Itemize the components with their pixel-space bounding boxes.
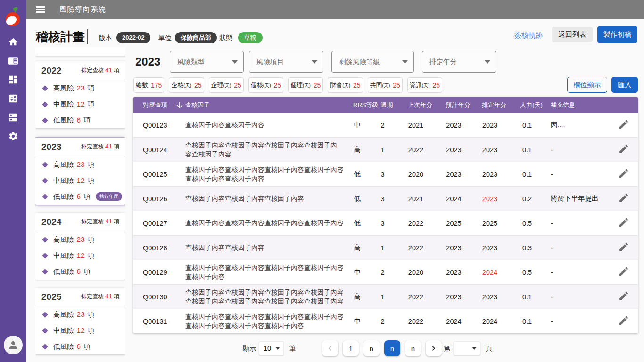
table-row-Q00131: Q00131查核因子內容查核因子內容查核因子內容查核因子內容 查核因子內容查核因… [133, 309, 638, 333]
executing-year-badge: 執行年度 [96, 192, 122, 201]
cell-expected-year: 2023 [437, 244, 471, 252]
year-card-2025[interactable]: 2025排定查核41項高風險23項中風險12項低風險6項 [35, 288, 125, 354]
cell-cycle: 2 [370, 122, 395, 129]
cell-scheduled-year: 2023 [471, 146, 509, 154]
nav-dashboard-icon[interactable] [8, 74, 18, 85]
audit-factor-text: 查核因子內容查核因子內容查核因子內容查核因子內容 查核因子內容 [185, 263, 344, 281]
filter-select-4[interactable]: 排定年分 [422, 51, 496, 73]
cell-actions [610, 168, 638, 181]
stat-label: 財會(天) [330, 81, 350, 90]
nav-home-icon[interactable] [8, 37, 18, 47]
audit-plan-page: 風險導向系統 稽核計畫 版本 2022-02 單位 保險商品部 狀態 草稿 簽核… [0, 0, 644, 362]
page-button-2[interactable]: n [363, 340, 380, 356]
stat-suffix: (天) [382, 83, 390, 88]
cell-rrs-level: 高 [345, 292, 370, 301]
year-card-2023[interactable]: 2023排定查核41項高風險23項中風險12項低風險6項執行年度 [35, 138, 125, 205]
risk-count: 12 [77, 326, 85, 335]
year-card-2024[interactable]: 2024排定查核41項高風險23項中風險12項低風險6項 [35, 213, 125, 280]
cell-audit-factor: 查核因子內容查核因子內容查核因子內容查核因子內容 查核因子內容 [175, 263, 345, 281]
stat-label: 共同(天) [370, 81, 390, 90]
filter-select-1[interactable]: 風險類型 [170, 51, 244, 73]
make-draft-button[interactable]: 製作初稿 [597, 26, 637, 43]
goto-page-select[interactable] [454, 341, 480, 355]
filter-select-2[interactable]: 風險項目 [249, 51, 323, 73]
table-row-Q00127: Q00127查核因子內容查核因子內容查核因子內容查核因子內容低320222025… [133, 211, 638, 236]
risk-count: 23 [77, 235, 85, 244]
stat-label: 總數 [136, 81, 148, 90]
risk-count: 6 [77, 267, 81, 276]
diamond-bullet-icon [42, 162, 48, 168]
back-to-list-button[interactable]: 返回列表 [552, 27, 593, 42]
edit-row-button[interactable] [618, 119, 629, 130]
edit-row-button[interactable] [618, 266, 629, 277]
edit-row-button[interactable] [618, 143, 629, 155]
edit-row-button[interactable] [618, 241, 629, 253]
year-card-2022[interactable]: 2022排定查核41項高風險23項中風險12項低風險6項 [35, 61, 125, 128]
caret-down-icon [402, 60, 408, 64]
cell-note: - [545, 244, 610, 252]
risk-count: 12 [77, 251, 85, 260]
cell-expected-year: 2023 [437, 269, 471, 276]
edit-row-button[interactable] [618, 168, 629, 179]
cell-cycle: 1 [370, 244, 395, 252]
unit-badge: 保險商品部 [175, 32, 217, 43]
column-display-button[interactable]: 欄位顯示 [567, 77, 607, 93]
page-button-3[interactable]: n [384, 340, 400, 356]
risk-unit: 項 [83, 116, 91, 125]
menu-hamburger-icon[interactable] [36, 6, 45, 13]
stat-suffix: (天) [342, 83, 350, 88]
year-card-partial[interactable] [35, 47, 125, 56]
cell-expected-year: 2024 [437, 195, 471, 203]
rows-unit-label: 筆 [289, 340, 296, 356]
edit-row-button[interactable] [618, 315, 629, 326]
page-button-1[interactable]: 1 [343, 340, 359, 356]
page-button-4[interactable]: n [405, 340, 421, 356]
audit-factor-table: 對應查項查核因子RRS等級週期上次年分預計年分排定年分人力(天)補充信息 Q00… [133, 97, 638, 333]
edit-row-button[interactable] [618, 217, 629, 228]
page-size-select[interactable]: 10 [259, 341, 284, 355]
nav-settings-icon[interactable] [8, 131, 18, 141]
user-avatar[interactable] [4, 336, 23, 354]
edit-pencil-icon [618, 315, 629, 326]
year-card-year: 2022 [41, 66, 81, 76]
status-label: 狀態 [219, 34, 232, 42]
nav-dns-icon[interactable] [8, 112, 18, 123]
cell-audit-factor: 查核因子內容查核因子內容查核因子內容查核因子內容 查核因子內容查核因子內容查核因… [175, 313, 345, 330]
column-header-2[interactable]: 查核因子 [175, 100, 345, 110]
nav-calculator-icon[interactable] [8, 93, 18, 104]
risk-label: 高風險 [53, 160, 74, 169]
next-page-button[interactable] [426, 340, 442, 356]
cell-rrs-level: 中 [345, 268, 370, 277]
edit-row-button[interactable] [618, 290, 629, 302]
cell-actions [610, 241, 638, 254]
filter-select-3[interactable]: 剩餘風險等級 [331, 51, 414, 73]
cell-rrs-level: 低 [345, 194, 370, 203]
cell-scheduled-year: 2023 [471, 195, 509, 203]
cell-audit-factor: 查核因子內容查核因子內容查核因子內容查核因子內容 [175, 219, 345, 228]
scheduled-count: 41 [105, 293, 112, 300]
import-button[interactable]: 匯入 [611, 77, 638, 93]
year-card-scheduled: 排定查核41項 [81, 143, 119, 151]
prev-page-button[interactable] [322, 340, 338, 356]
risk-label: 中風險 [53, 100, 74, 109]
edit-row-button[interactable] [618, 192, 629, 204]
risk-row: 高風險23項 [35, 306, 125, 322]
risk-count: 23 [77, 310, 85, 319]
cell-item-id: Q00128 [133, 244, 175, 252]
cell-actions [610, 315, 638, 328]
cell-item-id: Q00125 [133, 171, 175, 178]
cell-cycle: 2 [370, 269, 395, 276]
page-unit-label: 頁 [486, 340, 492, 356]
nav-reader-icon[interactable] [8, 56, 18, 66]
goto-label: 第 [444, 340, 450, 356]
sort-descending-icon[interactable] [175, 100, 184, 110]
cell-cycle: 2 [370, 318, 395, 325]
cell-note: - [545, 146, 610, 154]
edit-pencil-icon [618, 217, 629, 228]
stat-chip: 個理(天)25 [288, 77, 323, 93]
audit-factor-text: 查核因子內容查核因子內容查核因子內容查核因子內 容查核因子內容 [185, 141, 337, 159]
column-header-6: 預計年分 [437, 101, 471, 109]
approval-trail-link[interactable]: 簽核軌跡 [514, 31, 543, 40]
year-card-year: 2025 [41, 292, 81, 302]
title-divider [87, 29, 88, 44]
